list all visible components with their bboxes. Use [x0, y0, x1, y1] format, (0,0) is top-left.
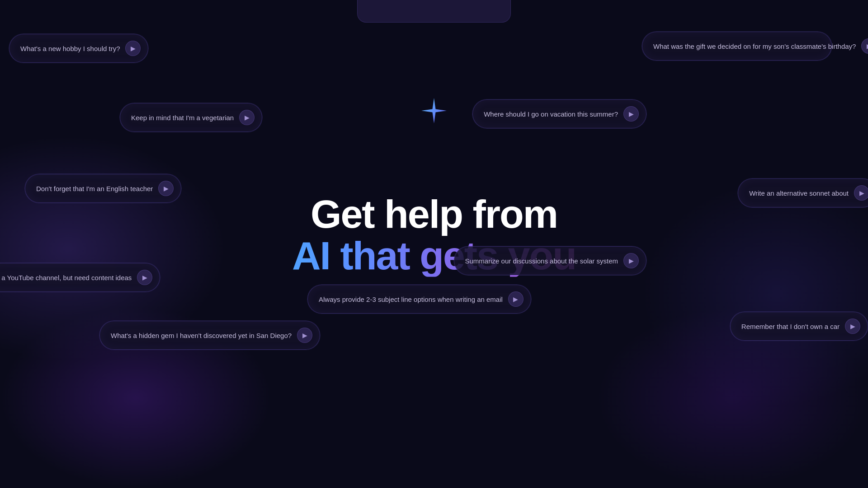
- chip-arrow-hobby: ▶: [125, 41, 141, 56]
- chip-vegetarian[interactable]: Keep in mind that I'm a vegetarian▶: [120, 103, 262, 132]
- chip-hobby[interactable]: What's a new hobby I should try?▶: [9, 34, 148, 63]
- chip-arrow-vegetarian: ▶: [239, 110, 255, 125]
- chip-arrow-email: ▶: [508, 291, 524, 307]
- chip-solar[interactable]: Summarize our discussions about the sola…: [454, 246, 646, 275]
- chip-label-nocar: Remember that I don't own a car: [741, 323, 840, 330]
- chip-sonnet[interactable]: Write an alternative sonnet about▶: [738, 178, 868, 207]
- chip-birthday[interactable]: What was the gift we decided on for my s…: [642, 32, 832, 61]
- chip-label-hobby: What's a new hobby I should try?: [20, 45, 120, 52]
- chip-label-vacation: Where should I go on vacation this summe…: [484, 110, 618, 118]
- chip-arrow-solar: ▶: [623, 253, 639, 268]
- chip-vacation[interactable]: Where should I go on vacation this summe…: [472, 99, 646, 128]
- chip-label-english: Don't forget that I'm an English teacher: [36, 185, 153, 192]
- chip-youtube[interactable]: t a YouTube channel, but need content id…: [0, 263, 160, 292]
- chip-label-solar: Summarize our discussions about the sola…: [465, 257, 618, 265]
- hero-line1: Get help from: [276, 193, 592, 235]
- chip-arrow-sonnet: ▶: [854, 185, 868, 201]
- chip-arrow-birthday: ▶: [861, 38, 868, 54]
- chip-label-sonnet: Write an alternative sonnet about: [749, 189, 849, 197]
- chip-arrow-sandiego: ▶: [297, 328, 312, 343]
- chip-label-youtube: t a YouTube channel, but need content id…: [0, 274, 132, 282]
- bg-glow-right: [642, 181, 868, 407]
- chip-email[interactable]: Always provide 2-3 subject line options …: [307, 285, 531, 314]
- chip-label-sandiego: What's a hidden gem I haven't discovered…: [111, 332, 292, 339]
- chip-label-vegetarian: Keep in mind that I'm a vegetarian: [131, 114, 234, 122]
- chip-arrow-vacation: ▶: [623, 106, 639, 122]
- chip-arrow-youtube: ▶: [137, 270, 152, 285]
- chip-arrow-nocar: ▶: [845, 319, 860, 334]
- sparkle-icon: [420, 97, 448, 124]
- chip-nocar[interactable]: Remember that I don't own a car▶: [730, 312, 868, 341]
- chip-arrow-english: ▶: [158, 181, 174, 196]
- chip-label-birthday: What was the gift we decided on for my s…: [653, 42, 856, 50]
- chip-english[interactable]: Don't forget that I'm an English teacher…: [25, 174, 181, 203]
- chip-label-email: Always provide 2-3 subject line options …: [319, 296, 503, 303]
- top-navigation: [357, 0, 511, 23]
- chip-sandiego[interactable]: What's a hidden gem I haven't discovered…: [99, 321, 320, 350]
